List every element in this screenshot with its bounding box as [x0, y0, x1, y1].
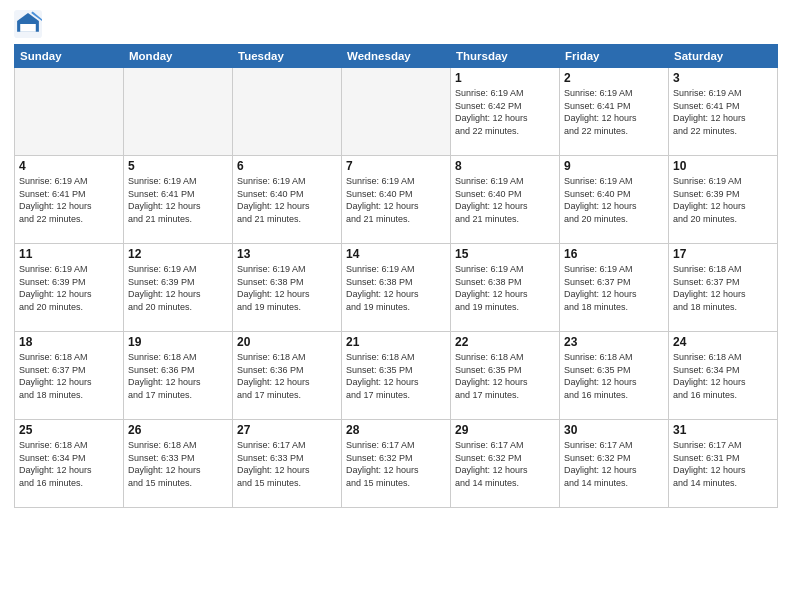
- day-cell: 25Sunrise: 6:18 AM Sunset: 6:34 PM Dayli…: [15, 420, 124, 508]
- day-detail: Sunrise: 6:17 AM Sunset: 6:32 PM Dayligh…: [346, 439, 446, 489]
- day-cell: 17Sunrise: 6:18 AM Sunset: 6:37 PM Dayli…: [669, 244, 778, 332]
- day-cell: 22Sunrise: 6:18 AM Sunset: 6:35 PM Dayli…: [451, 332, 560, 420]
- day-detail: Sunrise: 6:17 AM Sunset: 6:33 PM Dayligh…: [237, 439, 337, 489]
- svg-rect-3: [20, 24, 36, 32]
- day-cell: 29Sunrise: 6:17 AM Sunset: 6:32 PM Dayli…: [451, 420, 560, 508]
- day-number: 22: [455, 335, 555, 349]
- day-cell: 16Sunrise: 6:19 AM Sunset: 6:37 PM Dayli…: [560, 244, 669, 332]
- day-detail: Sunrise: 6:18 AM Sunset: 6:36 PM Dayligh…: [128, 351, 228, 401]
- header-row-days: SundayMondayTuesdayWednesdayThursdayFrid…: [15, 45, 778, 68]
- day-cell: 12Sunrise: 6:19 AM Sunset: 6:39 PM Dayli…: [124, 244, 233, 332]
- day-number: 27: [237, 423, 337, 437]
- week-row-1: 1Sunrise: 6:19 AM Sunset: 6:42 PM Daylig…: [15, 68, 778, 156]
- day-detail: Sunrise: 6:19 AM Sunset: 6:38 PM Dayligh…: [455, 263, 555, 313]
- day-number: 12: [128, 247, 228, 261]
- day-number: 3: [673, 71, 773, 85]
- day-detail: Sunrise: 6:19 AM Sunset: 6:42 PM Dayligh…: [455, 87, 555, 137]
- day-number: 1: [455, 71, 555, 85]
- day-cell: 2Sunrise: 6:19 AM Sunset: 6:41 PM Daylig…: [560, 68, 669, 156]
- col-header-monday: Monday: [124, 45, 233, 68]
- day-detail: Sunrise: 6:19 AM Sunset: 6:39 PM Dayligh…: [128, 263, 228, 313]
- day-number: 15: [455, 247, 555, 261]
- day-detail: Sunrise: 6:19 AM Sunset: 6:39 PM Dayligh…: [673, 175, 773, 225]
- logo: [14, 10, 46, 38]
- day-number: 26: [128, 423, 228, 437]
- day-detail: Sunrise: 6:18 AM Sunset: 6:33 PM Dayligh…: [128, 439, 228, 489]
- day-number: 17: [673, 247, 773, 261]
- day-detail: Sunrise: 6:18 AM Sunset: 6:35 PM Dayligh…: [346, 351, 446, 401]
- day-detail: Sunrise: 6:17 AM Sunset: 6:32 PM Dayligh…: [564, 439, 664, 489]
- day-number: 5: [128, 159, 228, 173]
- col-header-tuesday: Tuesday: [233, 45, 342, 68]
- week-row-4: 18Sunrise: 6:18 AM Sunset: 6:37 PM Dayli…: [15, 332, 778, 420]
- week-row-2: 4Sunrise: 6:19 AM Sunset: 6:41 PM Daylig…: [15, 156, 778, 244]
- day-detail: Sunrise: 6:19 AM Sunset: 6:40 PM Dayligh…: [237, 175, 337, 225]
- day-number: 6: [237, 159, 337, 173]
- day-cell: [124, 68, 233, 156]
- day-number: 25: [19, 423, 119, 437]
- day-number: 14: [346, 247, 446, 261]
- day-detail: Sunrise: 6:19 AM Sunset: 6:41 PM Dayligh…: [564, 87, 664, 137]
- day-number: 29: [455, 423, 555, 437]
- page: SundayMondayTuesdayWednesdayThursdayFrid…: [0, 0, 792, 612]
- col-header-sunday: Sunday: [15, 45, 124, 68]
- day-cell: 7Sunrise: 6:19 AM Sunset: 6:40 PM Daylig…: [342, 156, 451, 244]
- day-detail: Sunrise: 6:18 AM Sunset: 6:36 PM Dayligh…: [237, 351, 337, 401]
- col-header-friday: Friday: [560, 45, 669, 68]
- day-cell: 26Sunrise: 6:18 AM Sunset: 6:33 PM Dayli…: [124, 420, 233, 508]
- day-number: 24: [673, 335, 773, 349]
- day-detail: Sunrise: 6:18 AM Sunset: 6:37 PM Dayligh…: [673, 263, 773, 313]
- day-number: 23: [564, 335, 664, 349]
- day-detail: Sunrise: 6:17 AM Sunset: 6:32 PM Dayligh…: [455, 439, 555, 489]
- day-detail: Sunrise: 6:18 AM Sunset: 6:34 PM Dayligh…: [19, 439, 119, 489]
- day-cell: 23Sunrise: 6:18 AM Sunset: 6:35 PM Dayli…: [560, 332, 669, 420]
- col-header-thursday: Thursday: [451, 45, 560, 68]
- day-detail: Sunrise: 6:19 AM Sunset: 6:40 PM Dayligh…: [564, 175, 664, 225]
- day-number: 30: [564, 423, 664, 437]
- header-row: [14, 10, 778, 38]
- day-cell: [233, 68, 342, 156]
- day-cell: 8Sunrise: 6:19 AM Sunset: 6:40 PM Daylig…: [451, 156, 560, 244]
- day-detail: Sunrise: 6:19 AM Sunset: 6:41 PM Dayligh…: [19, 175, 119, 225]
- day-cell: 6Sunrise: 6:19 AM Sunset: 6:40 PM Daylig…: [233, 156, 342, 244]
- col-header-saturday: Saturday: [669, 45, 778, 68]
- day-number: 2: [564, 71, 664, 85]
- day-cell: 28Sunrise: 6:17 AM Sunset: 6:32 PM Dayli…: [342, 420, 451, 508]
- day-cell: 14Sunrise: 6:19 AM Sunset: 6:38 PM Dayli…: [342, 244, 451, 332]
- day-number: 28: [346, 423, 446, 437]
- day-cell: 13Sunrise: 6:19 AM Sunset: 6:38 PM Dayli…: [233, 244, 342, 332]
- day-cell: 1Sunrise: 6:19 AM Sunset: 6:42 PM Daylig…: [451, 68, 560, 156]
- day-number: 13: [237, 247, 337, 261]
- day-number: 9: [564, 159, 664, 173]
- day-detail: Sunrise: 6:17 AM Sunset: 6:31 PM Dayligh…: [673, 439, 773, 489]
- day-detail: Sunrise: 6:19 AM Sunset: 6:39 PM Dayligh…: [19, 263, 119, 313]
- day-number: 18: [19, 335, 119, 349]
- day-number: 7: [346, 159, 446, 173]
- day-cell: 4Sunrise: 6:19 AM Sunset: 6:41 PM Daylig…: [15, 156, 124, 244]
- day-cell: 3Sunrise: 6:19 AM Sunset: 6:41 PM Daylig…: [669, 68, 778, 156]
- day-detail: Sunrise: 6:18 AM Sunset: 6:35 PM Dayligh…: [455, 351, 555, 401]
- week-row-5: 25Sunrise: 6:18 AM Sunset: 6:34 PM Dayli…: [15, 420, 778, 508]
- week-row-3: 11Sunrise: 6:19 AM Sunset: 6:39 PM Dayli…: [15, 244, 778, 332]
- day-cell: 31Sunrise: 6:17 AM Sunset: 6:31 PM Dayli…: [669, 420, 778, 508]
- day-cell: 18Sunrise: 6:18 AM Sunset: 6:37 PM Dayli…: [15, 332, 124, 420]
- day-cell: 5Sunrise: 6:19 AM Sunset: 6:41 PM Daylig…: [124, 156, 233, 244]
- day-cell: 19Sunrise: 6:18 AM Sunset: 6:36 PM Dayli…: [124, 332, 233, 420]
- day-cell: 21Sunrise: 6:18 AM Sunset: 6:35 PM Dayli…: [342, 332, 451, 420]
- day-number: 31: [673, 423, 773, 437]
- day-cell: 30Sunrise: 6:17 AM Sunset: 6:32 PM Dayli…: [560, 420, 669, 508]
- day-cell: 24Sunrise: 6:18 AM Sunset: 6:34 PM Dayli…: [669, 332, 778, 420]
- day-detail: Sunrise: 6:19 AM Sunset: 6:40 PM Dayligh…: [346, 175, 446, 225]
- day-detail: Sunrise: 6:18 AM Sunset: 6:35 PM Dayligh…: [564, 351, 664, 401]
- logo-icon: [14, 10, 42, 38]
- day-cell: 15Sunrise: 6:19 AM Sunset: 6:38 PM Dayli…: [451, 244, 560, 332]
- day-number: 8: [455, 159, 555, 173]
- calendar-header: SundayMondayTuesdayWednesdayThursdayFrid…: [15, 45, 778, 68]
- day-number: 20: [237, 335, 337, 349]
- day-number: 11: [19, 247, 119, 261]
- calendar: SundayMondayTuesdayWednesdayThursdayFrid…: [14, 44, 778, 508]
- day-detail: Sunrise: 6:19 AM Sunset: 6:37 PM Dayligh…: [564, 263, 664, 313]
- day-detail: Sunrise: 6:19 AM Sunset: 6:38 PM Dayligh…: [346, 263, 446, 313]
- day-detail: Sunrise: 6:18 AM Sunset: 6:37 PM Dayligh…: [19, 351, 119, 401]
- day-number: 10: [673, 159, 773, 173]
